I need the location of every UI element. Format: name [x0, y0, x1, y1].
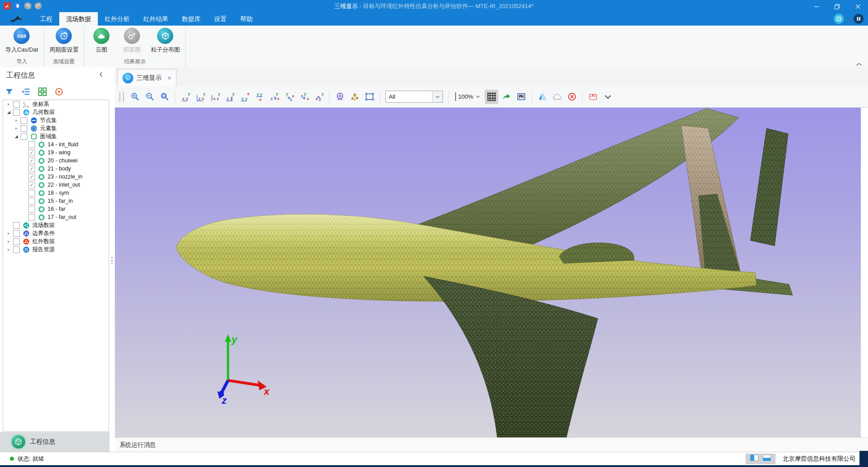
view-top-icon[interactable]: zyx — [238, 90, 251, 104]
tree-checkbox[interactable] — [13, 238, 20, 245]
view-bottom-icon[interactable]: zyx — [253, 90, 266, 104]
tree-item-红外数据[interactable]: ▸红外数据 — [3, 237, 109, 245]
combo-dropdown-icon[interactable] — [432, 91, 443, 102]
panel-collapse-icon[interactable] — [99, 71, 103, 79]
menu-item-设置[interactable]: 设置 — [207, 12, 233, 26]
ribbon-button-粒子分布图[interactable]: 粒子分布图 — [151, 28, 180, 58]
tree-expander-icon[interactable]: ▸ — [6, 247, 12, 252]
close-button[interactable] — [847, 0, 868, 13]
tree-item-元素集[interactable]: ▸元素集 — [3, 124, 109, 132]
tree-item-几何数据[interactable]: ◢几何数据 — [3, 108, 109, 116]
tree-item-19 - wing[interactable]: ✓19 - wing — [3, 148, 109, 157]
tab-close-icon[interactable]: × — [165, 74, 171, 82]
view-iso1-icon[interactable]: yzx — [267, 90, 281, 104]
tree-expander-icon[interactable]: ◢ — [6, 110, 12, 114]
tree-checkbox[interactable]: ✓ — [28, 149, 35, 156]
tree-item-坐标系[interactable]: ▸yzx坐标系 — [3, 100, 109, 108]
tree-checkbox[interactable] — [13, 230, 20, 237]
tree-checkbox[interactable] — [13, 246, 20, 253]
tree-checkbox[interactable] — [21, 125, 27, 132]
tree-checkbox[interactable] — [21, 117, 27, 124]
menu-item-帮助[interactable]: 帮助 — [233, 12, 259, 26]
particles-icon[interactable] — [348, 90, 361, 104]
view-iso4-icon[interactable]: xzy — [312, 90, 325, 104]
menu-item-数据库[interactable]: 数据库 — [175, 12, 207, 26]
tab-3d-view[interactable]: 三维显示 × — [118, 69, 176, 86]
maximize-button[interactable] — [827, 0, 847, 13]
tree-checkbox[interactable]: ✓ — [28, 174, 35, 180]
tree-expander-icon[interactable]: ◢ — [13, 134, 19, 139]
menu-item-流场数据[interactable]: 流场数据 — [59, 12, 98, 26]
panel-splitter[interactable] — [110, 67, 115, 452]
locate-icon[interactable] — [53, 86, 64, 97]
list-view-icon[interactable] — [20, 86, 31, 97]
ribbon-button-云图[interactable]: 云图 — [90, 28, 113, 58]
tree-checkbox[interactable]: ✓ — [28, 182, 35, 188]
filter-icon[interactable] — [4, 86, 14, 97]
export-box-icon[interactable] — [586, 90, 600, 104]
menu-item-工程[interactable]: 工程 — [33, 12, 59, 26]
tree-checkbox[interactable] — [13, 101, 20, 108]
view-left-icon[interactable]: xzy — [208, 90, 222, 104]
ribbon-button-周期面设置[interactable]: 周期面设置 — [49, 28, 79, 58]
ribbon-book-icon[interactable] — [854, 14, 864, 24]
grid-view-icon[interactable] — [37, 86, 48, 97]
zoom-fit-icon[interactable] — [158, 90, 171, 104]
snapshot-icon[interactable] — [514, 90, 528, 104]
zoom-in-icon[interactable] — [128, 90, 141, 104]
tree-expander-icon[interactable]: ▸ — [13, 126, 19, 131]
tree-item-20 - chuiwei[interactable]: ✓20 - chuiwei — [3, 157, 109, 165]
tree-checkbox[interactable] — [28, 141, 35, 148]
tree-item-节点集[interactable]: ▸节点集 — [3, 116, 109, 124]
tree-expander-icon[interactable]: ▸ — [6, 239, 12, 244]
tree-checkbox[interactable] — [28, 198, 35, 205]
tree-expander-icon[interactable]: ▸ — [13, 118, 19, 122]
tree-checkbox[interactable]: ✓ — [28, 157, 35, 164]
mesh-grid-icon[interactable] — [485, 90, 498, 104]
tree-item-23 - nozzle_in[interactable]: ✓23 - nozzle_in — [3, 173, 109, 181]
view-right-icon[interactable]: zxy — [223, 90, 237, 104]
caret-down-icon[interactable] — [601, 90, 614, 104]
display-filter-combo[interactable]: All — [386, 91, 443, 103]
tree-checkbox[interactable] — [13, 109, 20, 116]
tree-item-18 - sym[interactable]: 18 - sym — [3, 189, 109, 197]
layout-left-icon[interactable] — [750, 454, 758, 463]
tree-expander-icon[interactable]: ▸ — [6, 102, 12, 106]
ribbon-button-导入Cas/Dat[interactable]: cas导入Cas/Dat — [5, 28, 38, 58]
mirror-icon[interactable] — [535, 90, 549, 104]
view-front-icon[interactable]: xzy — [179, 90, 192, 104]
ribbon-collapse-icon[interactable] — [855, 60, 863, 65]
panel-footer-button[interactable]: 工程信息 — [0, 432, 110, 452]
tree-item-15 - far_in[interactable]: 15 - far_in — [3, 197, 109, 205]
ribbon-button-切面图[interactable]: 切面图 — [120, 28, 144, 58]
box-select-icon[interactable] — [363, 90, 376, 104]
tree-checkbox[interactable] — [28, 214, 35, 221]
tree-item-边界条件[interactable]: ▸边界条件 — [3, 229, 109, 237]
minimize-button[interactable] — [806, 0, 827, 13]
toolbar-drag-handle[interactable] — [119, 92, 124, 102]
ribbon-style-icon[interactable] — [834, 14, 844, 24]
tree-item-16 - far[interactable]: 16 - far — [3, 205, 109, 213]
tree-checkbox[interactable] — [13, 222, 20, 229]
tree-item-17 - far_out[interactable]: 17 - far_out — [3, 213, 109, 221]
tree-item-报告资源[interactable]: ▸报告资源 — [3, 245, 109, 253]
view-back-icon[interactable]: zxy — [193, 90, 207, 104]
tree-item-流场数据[interactable]: 流场数据 — [3, 221, 109, 229]
menu-item-红外结果[interactable]: 红外结果 — [136, 12, 175, 26]
opacity-level-dropdown[interactable]: 100% — [452, 93, 483, 101]
tree-checkbox[interactable] — [21, 133, 27, 140]
share-icon[interactable] — [500, 90, 513, 104]
tree-checkbox[interactable] — [28, 206, 35, 213]
layout-bottom-icon[interactable] — [763, 454, 771, 463]
tree-checkbox[interactable] — [28, 190, 35, 196]
tree-item-22 - inlet_out[interactable]: ✓22 - inlet_out — [3, 181, 109, 189]
tree-checkbox[interactable]: ✓ — [28, 166, 35, 172]
zoom-out-icon[interactable] — [143, 90, 156, 104]
tree-item-面域集[interactable]: ◢面域集 — [3, 132, 109, 140]
tree-item-21 - body[interactable]: ✓21 - body — [3, 165, 109, 173]
viewport-3d[interactable]: y x z — [115, 108, 861, 437]
tree-expander-icon[interactable]: ▸ — [6, 231, 12, 236]
cancel-icon[interactable] — [565, 90, 579, 104]
cloud-outline-icon[interactable] — [550, 90, 564, 104]
camera-icon[interactable] — [333, 90, 346, 104]
